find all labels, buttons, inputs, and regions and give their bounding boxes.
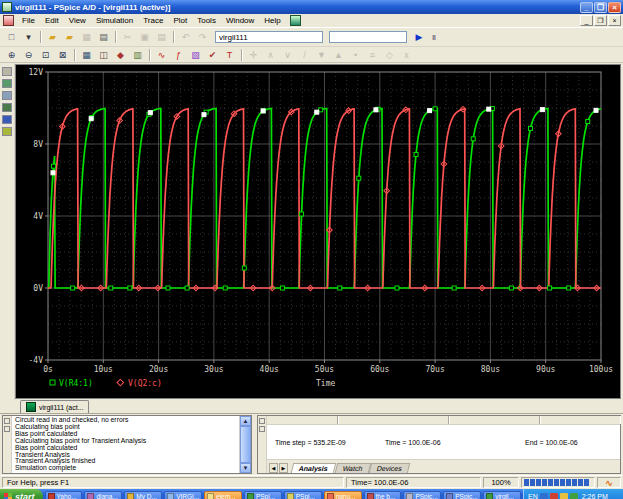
pause-simulation-button[interactable]: ‖ [427, 31, 441, 44]
output-file-icon[interactable] [2, 103, 12, 112]
mark-data-points-icon[interactable]: ◆ [113, 48, 128, 62]
new-file-icon[interactable]: □ [4, 30, 19, 44]
taskbar-button-10[interactable]: PSpic... [403, 491, 441, 499]
xy-plot-icon[interactable]: ◫ [96, 48, 111, 62]
simulation-profile-combobox[interactable]: virgil111 [215, 31, 323, 43]
taskbar-button-7[interactable]: PSpi... [284, 491, 322, 499]
start-button[interactable]: start [0, 489, 43, 499]
taskbar-clock[interactable]: 2:26 PM [582, 493, 608, 499]
tray-icon-network[interactable] [540, 493, 548, 499]
cursor-search-icon[interactable]: ≡ [365, 48, 380, 62]
menu-simulation[interactable]: Simulation [91, 16, 138, 25]
menu-edit[interactable]: Edit [40, 16, 64, 25]
status-window-gripper[interactable] [258, 416, 267, 473]
cursor-max-icon[interactable]: ▲ [331, 48, 346, 62]
legend-trace-1[interactable]: V(R4:1) [59, 379, 93, 388]
simulation-status-icon[interactable] [2, 67, 12, 76]
taskbar-button-2[interactable]: diana... [84, 491, 122, 499]
close-button[interactable]: × [608, 2, 621, 13]
taskbar-button-9[interactable]: the b... [364, 491, 402, 499]
cursor-toggle-icon[interactable]: ✛ [246, 48, 261, 62]
run-target-combobox[interactable] [329, 31, 407, 43]
taskbar-button-1[interactable]: Yaho... [45, 491, 83, 499]
mdi-restore-button[interactable]: ❐ [594, 15, 607, 26]
cursor-peak-icon[interactable]: ∧ [263, 48, 278, 62]
add-trace-icon[interactable]: ∿ [154, 48, 169, 62]
open-file-icon[interactable]: ▰ [45, 30, 60, 44]
menu-help[interactable]: Help [259, 16, 285, 25]
trace-marker-square [128, 286, 132, 290]
run-simulation-button[interactable]: ▶ [411, 31, 427, 44]
menu-plot[interactable]: Plot [168, 16, 192, 25]
tab-scroll-left-icon[interactable]: ◀ [269, 463, 278, 473]
scroll-down-icon[interactable]: ▼ [240, 463, 251, 473]
copy-icon[interactable]: ▣ [137, 30, 152, 44]
trace-marker-square [414, 153, 418, 157]
goal-function-icon[interactable]: ✔ [205, 48, 220, 62]
cursor-point-icon[interactable]: • [348, 48, 363, 62]
paste-icon[interactable]: ▤ [154, 30, 169, 44]
menu-tools[interactable]: Tools [192, 16, 221, 25]
cursor-slope-icon[interactable]: / [297, 48, 312, 62]
mdi-minimize-button[interactable]: _ [580, 15, 593, 26]
data-file-icon[interactable] [2, 127, 12, 136]
legend-trace-2[interactable]: V(Q2:c) [128, 379, 162, 388]
minimize-button[interactable]: _ [580, 2, 593, 13]
zoom-fit-icon[interactable]: ⊠ [55, 48, 70, 62]
gripper-close-icon[interactable] [4, 418, 10, 424]
new-file-dropdown[interactable]: ▾ [21, 30, 36, 44]
tab-scroll-right-icon[interactable]: ▶ [279, 463, 288, 473]
scroll-up-icon[interactable]: ▲ [240, 416, 251, 426]
output-window-gripper[interactable] [3, 416, 12, 473]
text-label-icon[interactable]: T [222, 48, 237, 62]
display-control-icon[interactable]: ▥ [130, 48, 145, 62]
taskbar-button-3[interactable]: My D... [124, 491, 162, 499]
probe-plot-window[interactable]: 0s10us20us30us40us50us60us70us80us90us10… [15, 64, 621, 399]
print-icon[interactable]: ▤ [96, 30, 111, 44]
left-toolstrip [0, 63, 15, 400]
new-plot-icon[interactable]: ▦ [79, 48, 94, 62]
tray-icon-volume[interactable] [570, 493, 578, 499]
eval-function-icon[interactable]: ƒ [171, 48, 186, 62]
menu-file[interactable]: File [17, 16, 40, 25]
gripper-close-icon-2[interactable] [259, 418, 265, 424]
taskbar-button-11[interactable]: PSpic... [443, 491, 481, 499]
schematic-icon[interactable] [2, 79, 12, 88]
taskbar-button-4[interactable]: VIRGI... [164, 491, 202, 499]
axis-settings-icon[interactable]: x [399, 48, 414, 62]
workbook-icon[interactable] [2, 115, 12, 124]
mdi-close-button[interactable]: × [608, 15, 621, 26]
gripper-pin-icon-2[interactable] [259, 426, 265, 432]
menu-trace[interactable]: Trace [138, 16, 168, 25]
tray-icon-update[interactable] [560, 493, 568, 499]
taskbar-button-8[interactable]: nanu... [324, 491, 362, 499]
taskbar-button-5[interactable]: elem... [204, 491, 242, 499]
menu-view[interactable]: View [64, 16, 91, 25]
tray-icon-antivirus[interactable] [550, 493, 558, 499]
gripper-pin-icon[interactable] [4, 426, 10, 432]
zoom-area-icon[interactable]: ⊡ [38, 48, 53, 62]
scroll-thumb[interactable] [240, 426, 251, 463]
undo-icon[interactable]: ↶ [178, 30, 193, 44]
redo-icon[interactable]: ↷ [195, 30, 210, 44]
maximize-button[interactable]: ❐ [594, 2, 607, 13]
cut-icon[interactable]: ✂ [120, 30, 135, 44]
document-tab[interactable]: virgil111 (act... [20, 400, 89, 413]
macro-icon[interactable]: ▧ [188, 48, 203, 62]
open-workspace-icon[interactable]: ▰ [62, 30, 77, 44]
mark-label-icon[interactable]: ◇ [382, 48, 397, 62]
netlist-icon[interactable] [2, 91, 12, 100]
taskbar-button-12[interactable]: virgil... [483, 491, 521, 499]
taskbar-button-6[interactable]: PSpi... [244, 491, 282, 499]
tab-devices[interactable]: Devices [369, 463, 410, 473]
tab-watch[interactable]: Watch [335, 463, 371, 473]
menu-window[interactable]: Window [221, 16, 259, 25]
save-icon[interactable]: ▦ [79, 30, 94, 44]
output-scrollbar[interactable]: ▲ ▼ [239, 416, 251, 473]
tab-analysis[interactable]: Analysis [291, 463, 336, 473]
zoom-out-icon[interactable]: ⊖ [21, 48, 36, 62]
cursor-trough-icon[interactable]: ∨ [280, 48, 295, 62]
zoom-in-icon[interactable]: ⊕ [4, 48, 19, 62]
cursor-min-icon[interactable]: ▼ [314, 48, 329, 62]
language-indicator[interactable]: EN [528, 493, 538, 499]
